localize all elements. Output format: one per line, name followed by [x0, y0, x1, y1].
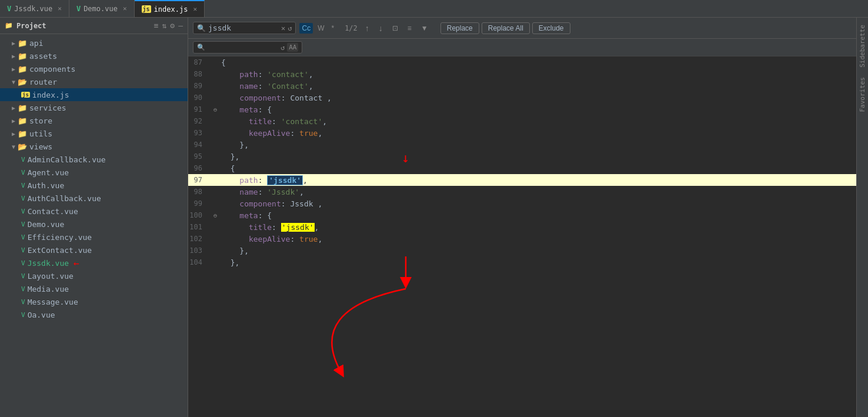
- replace-history-icon[interactable]: ↺: [281, 44, 285, 52]
- search-input[interactable]: [208, 24, 279, 32]
- replace-btn[interactable]: Replace: [440, 22, 479, 34]
- replace-all-btn[interactable]: Replace All: [482, 22, 530, 34]
- sidebar-item-contact[interactable]: V Contact.vue: [0, 205, 188, 218]
- prev-match-btn[interactable]: ↑: [361, 22, 373, 34]
- sidebar-item-views[interactable]: ▼ 📂 views: [0, 140, 188, 153]
- sidebar-item-agent[interactable]: V Agent.vue: [0, 166, 188, 179]
- code-line-89: 89 name: 'Contact',: [188, 80, 856, 92]
- code-content: title: 'jssdk',: [221, 223, 856, 232]
- side-tab-sidebarette[interactable]: Sidebarette: [857, 22, 867, 70]
- sidebar-item-utils[interactable]: ▶ 📁 utils: [0, 127, 188, 140]
- fold-icon[interactable]: ⊖: [213, 212, 217, 219]
- vue-file-icon: V: [21, 208, 25, 215]
- code-line-104: 104 },: [188, 256, 856, 268]
- line-number: 96: [188, 164, 209, 172]
- tab-close-demo[interactable]: ✕: [123, 5, 127, 12]
- code-content: component: Contact ,: [221, 94, 856, 102]
- sidebar-item-index-js[interactable]: js index.js: [0, 88, 188, 101]
- code-line-91: 91 ⊖ meta: {: [188, 104, 856, 115]
- vue-file-icon: V: [21, 259, 25, 267]
- sidebar-item-api[interactable]: ▶ 📁 api: [0, 36, 188, 49]
- code-content: meta: {: [221, 105, 856, 114]
- folder-icon: 📁: [18, 116, 27, 125]
- sidebar-item-router[interactable]: ▼ 📂 router: [0, 75, 188, 88]
- sidebar-item-extcontact[interactable]: V ExtContact.vue: [0, 243, 188, 256]
- minimize-icon[interactable]: —: [178, 21, 183, 30]
- sidebar-item-demo[interactable]: V Demo.vue: [0, 218, 188, 231]
- chevron-icon: ▶: [12, 131, 15, 137]
- sidebar-item-assets[interactable]: ▶ 📁 assets: [0, 49, 188, 62]
- code-content: },: [221, 246, 856, 255]
- vue-file-icon: V: [21, 182, 25, 189]
- replace-input[interactable]: [208, 43, 278, 52]
- search-actions: Cc W *: [299, 23, 336, 34]
- settings-icon[interactable]: ⚙: [170, 21, 175, 30]
- whole-word-btn[interactable]: W: [315, 23, 326, 34]
- line-number: 88: [188, 70, 209, 78]
- sidebar-item-media[interactable]: V Media.vue: [0, 282, 188, 295]
- next-match-btn[interactable]: ↓: [375, 22, 387, 34]
- exclude-btn[interactable]: Exclude: [532, 22, 570, 34]
- code-content: path: 'contact',: [221, 70, 856, 79]
- sidebar-item-services[interactable]: ▶ 📁 services: [0, 101, 188, 114]
- line-number: 98: [188, 188, 209, 196]
- line-number: 102: [188, 235, 209, 243]
- sort-icon[interactable]: ≡: [154, 21, 159, 30]
- clear-search-icon[interactable]: ✕: [281, 24, 285, 32]
- sort2-icon[interactable]: ⇅: [162, 21, 167, 30]
- sidebar-item-authcallback[interactable]: V AuthCallback.vue: [0, 192, 188, 205]
- match-case-icon[interactable]: AA: [287, 43, 298, 52]
- item-label: Agent.vue: [28, 168, 69, 177]
- tab-index-js[interactable]: js index.js ✕: [135, 0, 205, 17]
- sidebar-item-jssdk[interactable]: V Jssdk.vue ←: [0, 256, 188, 269]
- sidebar-title: Project: [16, 22, 46, 30]
- code-line-103: 103 },: [188, 245, 856, 256]
- sidebar-item-components[interactable]: ▶ 📁 components: [0, 62, 188, 75]
- item-label: AdminCallback.vue: [28, 155, 106, 164]
- sidebar-item-layout[interactable]: V Layout.vue: [0, 269, 188, 282]
- code-content: path: 'jssdk', ↓: [221, 176, 856, 185]
- line-number: 90: [188, 94, 209, 102]
- sidebar-item-admincallback[interactable]: V AdminCallback.vue: [0, 153, 188, 166]
- regex-btn[interactable]: *: [329, 23, 336, 34]
- vue-icon: V: [76, 5, 81, 13]
- item-label: index.js: [32, 91, 69, 99]
- sidebar-item-auth[interactable]: V Auth.vue: [0, 179, 188, 192]
- code-line-99: 99 component: Jssdk ,: [188, 198, 856, 209]
- side-tab-favorites[interactable]: Favorites: [857, 75, 867, 115]
- toggle-match-icon[interactable]: ⊡: [388, 22, 402, 34]
- line-number: 93: [188, 129, 209, 137]
- line-number: 100: [188, 211, 209, 219]
- code-line-97: 97 path: 'jssdk', ↓: [188, 174, 856, 186]
- tab-demo-vue[interactable]: V Demo.vue ✕: [69, 0, 135, 17]
- item-label: services: [29, 104, 66, 112]
- sidebar: 📁 Project ≡ ⇅ ⚙ — ▶ 📁 api ▶ 📁 assets: [0, 18, 188, 417]
- tab-close-jssdk[interactable]: ✕: [58, 5, 62, 12]
- code-line-102: 102 keepAlive: true,: [188, 233, 856, 245]
- fold-icon[interactable]: ⊖: [213, 106, 217, 113]
- filter-match-btn[interactable]: ▼: [417, 22, 432, 34]
- sidebar-item-message[interactable]: V Message.vue: [0, 295, 188, 308]
- item-label: Demo.vue: [28, 220, 65, 229]
- case-sensitive-btn[interactable]: Cc: [299, 23, 313, 34]
- item-label: components: [29, 65, 75, 74]
- sidebar-item-store[interactable]: ▶ 📁 store: [0, 114, 188, 127]
- folder-open-icon: 📂: [18, 78, 27, 86]
- item-label: utils: [29, 129, 52, 138]
- settings-match-btn[interactable]: ≡: [403, 22, 416, 34]
- vue-file-icon: V: [21, 272, 25, 280]
- item-label: ExtContact.vue: [28, 246, 92, 255]
- sidebar-actions: ≡ ⇅ ⚙ —: [154, 21, 183, 30]
- line-number: 89: [188, 82, 209, 90]
- search-history-icon[interactable]: ↺: [288, 24, 292, 32]
- vue-file-icon: V: [21, 221, 25, 228]
- tab-jssdk-vue[interactable]: V Jssdk.vue ✕: [0, 0, 69, 17]
- code-content: meta: {: [221, 211, 856, 220]
- sidebar-item-oa[interactable]: V Oa.vue: [0, 308, 188, 321]
- sidebar-item-efficiency[interactable]: V Efficiency.vue: [0, 231, 188, 243]
- code-line-92: 92 title: 'contact',: [188, 115, 856, 127]
- chevron-icon: ▼: [12, 144, 15, 150]
- tab-close-index[interactable]: ✕: [193, 5, 197, 13]
- code-line-90: 90 component: Contact ,: [188, 92, 856, 104]
- item-label: Efficiency.vue: [28, 233, 92, 242]
